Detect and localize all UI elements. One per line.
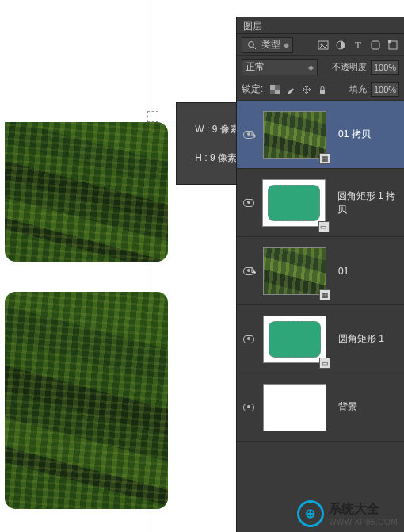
chevron-down-icon: ◆	[284, 41, 289, 49]
layer-thumbnail[interactable]	[263, 384, 326, 431]
canvas-image-2[interactable]	[5, 292, 168, 509]
lock-label: 锁定:	[242, 82, 263, 96]
layer-name[interactable]: 01	[338, 266, 349, 277]
layer-name[interactable]: 圆角矩形 1 拷贝	[337, 189, 404, 216]
clip-indicator-icon: ↳	[250, 266, 257, 277]
visibility-toggle-icon[interactable]	[243, 199, 254, 207]
svg-rect-9	[270, 85, 275, 90]
layer-row[interactable]: ▭圆角矩形 1 拷贝	[237, 169, 404, 237]
filter-image-icon[interactable]	[317, 39, 330, 52]
fill-input[interactable]: 100%	[371, 82, 399, 97]
watermark-url: WWW.XP85.COM	[329, 518, 398, 526]
lock-move-icon[interactable]	[301, 84, 312, 95]
svg-point-0	[249, 41, 254, 47]
blend-row: 正常 ◆ 不透明度: 100%	[237, 56, 404, 78]
watermark-brand: 系统大全	[329, 501, 398, 518]
svg-rect-11	[320, 90, 325, 94]
clip-indicator-icon: ↳	[250, 129, 257, 140]
measure-h: H : 9 像素	[195, 152, 237, 163]
visibility-toggle-icon[interactable]	[243, 404, 254, 411]
lock-all-icon[interactable]	[317, 84, 328, 95]
shape-badge-icon: ▭	[318, 221, 330, 232]
layers-tab-label: 图层	[243, 21, 262, 32]
layer-row[interactable]: ↳▦01 拷贝	[237, 101, 404, 169]
filter-kind-label: 类型	[261, 38, 280, 52]
smart-object-badge-icon: ▦	[319, 153, 330, 164]
lock-paint-icon[interactable]	[285, 84, 296, 95]
filter-adjust-icon[interactable]	[334, 39, 347, 52]
smart-object-badge-icon: ▦	[319, 289, 330, 300]
watermark-badge-icon: ⊕	[297, 500, 324, 527]
lock-row: 锁定: 填充: 100%	[237, 78, 404, 101]
layers-panel: 图层 类型 ◆ T 正常 ◆ 不透明度: 100%	[236, 17, 404, 532]
opacity-input[interactable]: 100%	[371, 60, 399, 75]
watermark: ⊕ 系统大全 WWW.XP85.COM	[297, 500, 398, 527]
svg-rect-7	[388, 40, 391, 43]
layer-name[interactable]: 01 拷贝	[338, 128, 371, 141]
svg-rect-5	[372, 41, 379, 49]
layer-thumbnail[interactable]	[263, 247, 326, 295]
layer-row[interactable]: ↳▦01	[237, 237, 404, 305]
svg-rect-10	[275, 90, 280, 94]
canvas-image-1[interactable]	[5, 122, 168, 262]
filter-type-icon[interactable]: T	[352, 39, 364, 52]
search-icon	[246, 39, 258, 52]
layer-row[interactable]: ▭圆角矩形 1	[237, 305, 404, 373]
chevron-down-icon: ◆	[308, 63, 314, 71]
layer-thumbnail[interactable]	[263, 316, 326, 363]
layer-name[interactable]: 背景	[338, 400, 357, 414]
canvas-area[interactable]: W : 9 像素 H : 9 像素	[0, 0, 236, 532]
blend-mode-select[interactable]: 正常 ◆	[242, 59, 318, 75]
layers-list: ↳▦01 拷贝▭圆角矩形 1 拷贝↳▦01▭圆角矩形 1背景	[237, 101, 404, 442]
layer-thumbnail[interactable]	[262, 179, 326, 227]
layers-tab[interactable]: 图层	[237, 17, 404, 34]
layer-row[interactable]: 背景	[237, 373, 404, 442]
shape-badge-icon: ▭	[319, 358, 330, 369]
filter-smart-icon[interactable]	[387, 39, 399, 52]
filter-shape-icon[interactable]	[369, 39, 382, 52]
opacity-label: 不透明度:	[332, 61, 369, 73]
layer-name[interactable]: 圆角矩形 1	[338, 332, 384, 346]
layer-thumbnail[interactable]	[263, 111, 326, 159]
svg-line-1	[253, 47, 256, 49]
visibility-toggle-icon[interactable]	[243, 335, 254, 343]
filter-row: 类型 ◆ T	[237, 34, 404, 56]
layer-filter-kind[interactable]: 类型 ◆	[242, 37, 293, 53]
blend-mode-value: 正常	[246, 60, 265, 74]
measure-w: W : 9 像素	[195, 124, 238, 135]
transform-selection[interactable]	[147, 111, 158, 122]
fill-label: 填充:	[349, 83, 369, 95]
lock-pixels-icon[interactable]	[269, 84, 280, 95]
